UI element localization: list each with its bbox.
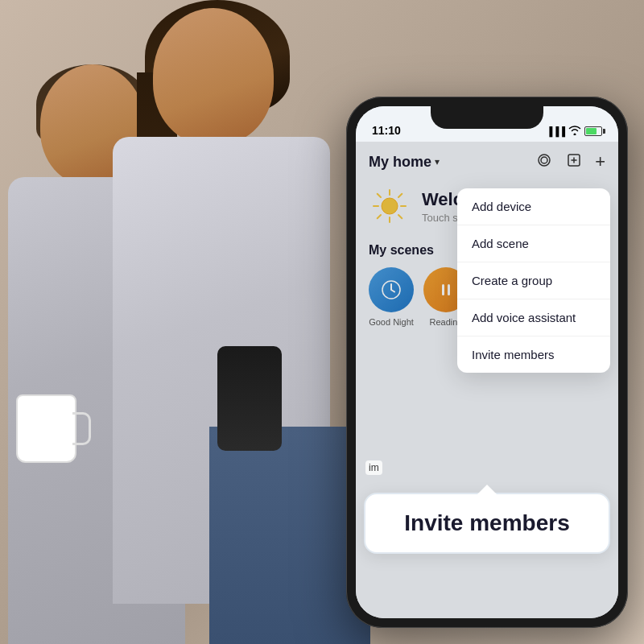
dropdown-item-add-scene[interactable]: Add scene [457, 225, 610, 262]
phone-screen: 11:10 ▐▐▐ [356, 106, 618, 618]
phone-mockup: 11:10 ▐▐▐ [346, 97, 628, 628]
phone-frame: 11:10 ▐▐▐ [346, 97, 628, 628]
status-icons: ▐▐▐ [547, 126, 602, 137]
phone-notch [431, 106, 543, 129]
battery-icon [584, 126, 602, 136]
status-time: 11:10 [372, 124, 401, 137]
person-right [113, 0, 338, 580]
invite-title: Invite members [382, 510, 592, 536]
person-hand-phone [217, 346, 282, 451]
dropdown-menu: Add device Add scene Create a group Add … [457, 188, 610, 373]
battery-fill [586, 128, 597, 134]
dropdown-item-add-voice[interactable]: Add voice assistant [457, 299, 610, 336]
invite-tooltip: Invite members [364, 493, 610, 554]
person-right-head [153, 8, 274, 145]
dropdown-item-create-group[interactable]: Create a group [457, 262, 610, 299]
im-label: im [365, 460, 382, 475]
dropdown-item-add-device[interactable]: Add device [457, 188, 610, 225]
coffee-cup [16, 394, 76, 463]
wifi-icon [568, 126, 581, 137]
signal-icon: ▐▐▐ [547, 126, 565, 136]
app-content: My home ▾ [356, 142, 618, 618]
dropdown-item-invite-members[interactable]: Invite members [457, 336, 610, 373]
